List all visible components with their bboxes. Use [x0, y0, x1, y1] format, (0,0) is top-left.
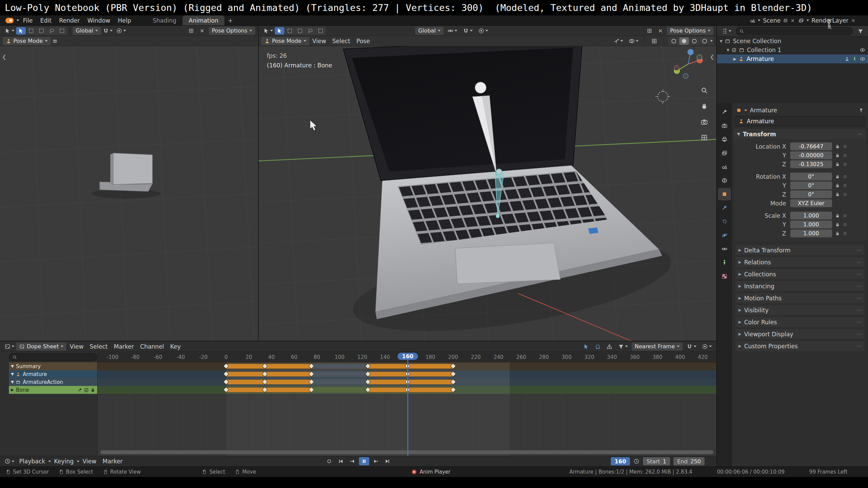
pose-options-dropdown-left[interactable]: Pose Options: [209, 27, 255, 35]
section-color-rules[interactable]: ▶Color Rules: [735, 317, 865, 327]
tweak-tool-button-right[interactable]: [275, 27, 284, 35]
tool-presets-close-button[interactable]: [656, 27, 665, 34]
active-tool-dropdown-right[interactable]: [261, 27, 275, 35]
select-subtract-button[interactable]: [57, 27, 67, 35]
scale-z-field[interactable]: 1.000: [790, 229, 832, 237]
object-name-field[interactable]: Armature: [735, 116, 865, 126]
keyframe-row-armatureaction[interactable]: [98, 378, 716, 386]
expand-caret-icon[interactable]: ▼: [11, 364, 14, 368]
overlays-dropdown[interactable]: [627, 37, 640, 45]
lock-icon[interactable]: [835, 231, 840, 236]
rotation-x-field[interactable]: 0°: [790, 173, 832, 180]
section-custom-properties[interactable]: ▶Custom Properties: [735, 341, 865, 351]
camera-view-icon[interactable]: [700, 118, 708, 126]
menu-playback[interactable]: Playback: [16, 458, 48, 465]
section-collections[interactable]: ▶Collections: [735, 269, 865, 279]
menu-file[interactable]: File: [19, 17, 36, 24]
ds-menu-marker[interactable]: Marker: [111, 343, 137, 350]
jump-to-end-button[interactable]: [382, 457, 393, 465]
tab-shading[interactable]: Shading: [147, 15, 183, 25]
lock-icon[interactable]: [835, 153, 840, 158]
tab-tool[interactable]: [718, 106, 731, 118]
outliner-row-scene-collection[interactable]: ▼ Scene Collection: [717, 37, 868, 46]
menu-window[interactable]: Window: [84, 17, 114, 24]
prev-keyframe-button[interactable]: [347, 457, 358, 465]
mode-dropdown-right[interactable]: Pose Mode: [261, 37, 309, 45]
scale-x-field[interactable]: 1.000: [790, 212, 832, 220]
ds-menu-select[interactable]: Select: [87, 343, 111, 350]
select-extend-button[interactable]: [295, 27, 305, 35]
keyframe-area[interactable]: 160 -100-80-60-40-2002040608010012014016…: [98, 352, 716, 456]
select-extend-button[interactable]: [37, 27, 46, 35]
dopesheet-ruler[interactable]: 160 -100-80-60-40-2002040608010012014016…: [98, 352, 716, 362]
channel-bone[interactable]: ▶ Bone: [9, 386, 97, 394]
auto-key-button[interactable]: [324, 457, 334, 465]
keyframe-row-summary[interactable]: [98, 362, 716, 370]
bone-head-sphere[interactable]: [475, 82, 486, 93]
keyframe-bar[interactable]: [224, 379, 313, 385]
snap-toggle-left[interactable]: [101, 27, 114, 35]
viewport-left-canvas[interactable]: ❮: [0, 46, 258, 341]
unlink-scene-icon[interactable]: [790, 18, 795, 23]
keyframe-row-armature[interactable]: [98, 370, 716, 378]
dopesheet-mode-dropdown[interactable]: Dope Sheet: [16, 342, 66, 351]
tab-view-layer[interactable]: [718, 147, 731, 159]
end-frame-field[interactable]: End250: [673, 457, 705, 465]
new-scene-icon[interactable]: [783, 18, 788, 23]
scene-selector[interactable]: Scene: [750, 17, 795, 24]
animate-dot[interactable]: [844, 232, 846, 235]
ds-proportional-toggle[interactable]: [700, 343, 714, 350]
only-selected-toggle[interactable]: [581, 343, 591, 350]
tab-physics[interactable]: [718, 229, 731, 241]
preview-range-clock-icon[interactable]: [633, 458, 640, 464]
keyframe-bar[interactable]: [224, 372, 313, 377]
outliner-editor-dropdown[interactable]: [720, 27, 733, 35]
animate-dot[interactable]: [844, 175, 846, 178]
orientation-dropdown-right[interactable]: Global: [415, 27, 444, 35]
animate-dot[interactable]: [844, 214, 846, 217]
shading-rendered-button[interactable]: [700, 37, 709, 45]
channel-armature[interactable]: ▼ Armature: [9, 370, 97, 378]
scale-y-field[interactable]: 1.000: [790, 221, 832, 228]
eye-icon[interactable]: [860, 47, 865, 53]
keyframe-bar[interactable]: [366, 379, 455, 385]
select-box-button[interactable]: [26, 27, 36, 35]
expand-caret-icon[interactable]: ▼: [720, 39, 722, 43]
animate-dot[interactable]: [844, 223, 846, 226]
lock-icon[interactable]: [835, 222, 840, 227]
ds-menu-key[interactable]: Key: [167, 343, 184, 350]
snap-mode-dropdown[interactable]: Nearest Frame: [632, 342, 683, 351]
dopesheet-hscrollbar[interactable]: [100, 450, 714, 454]
xray-toggle[interactable]: [649, 37, 659, 45]
anim-player-status[interactable]: Anim Player: [411, 469, 450, 475]
tool-presets-button[interactable]: [187, 27, 196, 34]
lock-icon[interactable]: [835, 174, 840, 179]
expand-caret-icon[interactable]: ▶: [733, 57, 736, 61]
animate-dot[interactable]: [844, 154, 846, 157]
section-viewport-display[interactable]: ▶Viewport Display: [735, 329, 865, 339]
section-visibility[interactable]: ▶Visibility: [735, 305, 865, 315]
laptop-mini[interactable]: [92, 153, 160, 199]
transform-panel-header[interactable]: ▼ Transform: [734, 129, 866, 139]
tab-modifiers[interactable]: [718, 202, 731, 214]
timeline-editor-dropdown[interactable]: [3, 458, 16, 465]
ds-menu-view[interactable]: View: [66, 343, 86, 350]
tweak-tool-button[interactable]: [16, 27, 26, 35]
keyframe-row-bone[interactable]: [98, 386, 716, 394]
outliner-row-collection-1[interactable]: ▼ Collection 1: [717, 46, 868, 54]
lock-icon[interactable]: [835, 162, 840, 167]
tab-texture[interactable]: [718, 270, 731, 283]
zoom-icon[interactable]: [700, 87, 708, 94]
pivot-dropdown[interactable]: [446, 27, 459, 35]
pose-icon[interactable]: [845, 57, 850, 61]
stop-player-icon[interactable]: [411, 469, 417, 475]
sidebar-expand-arrow[interactable]: ❮: [710, 54, 714, 60]
navigation-gizmo[interactable]: [674, 49, 703, 79]
lock-icon[interactable]: [835, 213, 840, 218]
add-workspace-button[interactable]: +: [224, 15, 236, 25]
outliner-filter-button[interactable]: [856, 27, 865, 35]
menu-view[interactable]: View: [309, 38, 329, 45]
channel-search-field[interactable]: [9, 353, 97, 361]
expand-caret-icon[interactable]: ▼: [11, 372, 14, 376]
animate-dot[interactable]: [844, 184, 846, 187]
